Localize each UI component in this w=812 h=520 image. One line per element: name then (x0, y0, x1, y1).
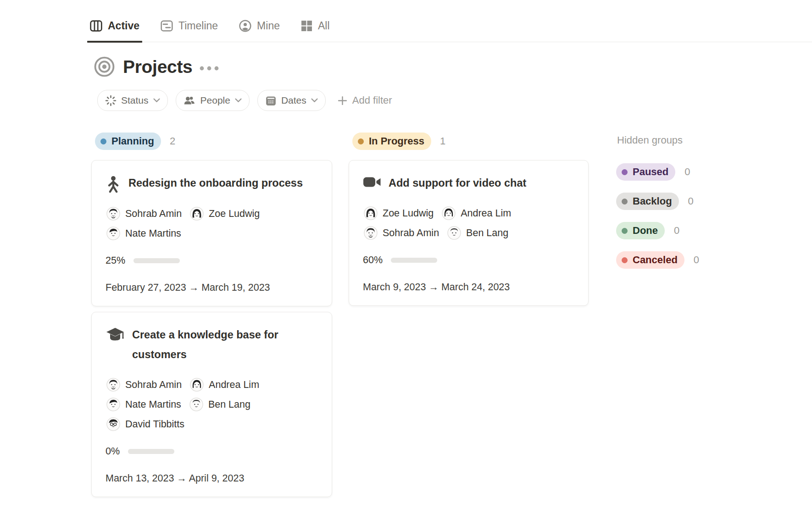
add-filter-label: Add filter (352, 94, 392, 106)
tab-label: Active (108, 20, 139, 32)
video-camera-icon (363, 175, 381, 189)
project-card[interactable]: Create a knowledge base for customers So… (91, 312, 332, 497)
progress-bar (128, 449, 174, 454)
filter-label: People (200, 95, 230, 106)
hidden-groups-title: Hidden groups (617, 134, 740, 146)
hidden-group-row: Done 0 (616, 222, 740, 239)
column-header: Planning 2 (95, 133, 332, 150)
calendar-icon (265, 95, 277, 106)
chevron-down-icon (153, 98, 160, 103)
person-name: David Tibbitts (125, 419, 184, 430)
tab-label: Mine (257, 20, 280, 32)
filter-pill-status[interactable]: Status (97, 90, 168, 111)
tab-label: Timeline (178, 20, 218, 32)
column-status-pill[interactable]: Planning (95, 133, 161, 150)
hidden-group-pill-paused[interactable]: Paused (616, 163, 675, 181)
hidden-group-row: Paused 0 (616, 163, 740, 181)
card-people-list: Sohrab Amin Zoe Ludwig Nate Martins (106, 207, 305, 240)
status-burst-icon (105, 95, 117, 106)
progress-bar (133, 258, 180, 263)
timeline-icon (161, 20, 173, 32)
hidden-group-count: 0 (674, 225, 679, 237)
column-count: 2 (170, 135, 175, 147)
avatar-woman-long-hair (364, 206, 378, 220)
board-icon (90, 20, 102, 32)
page-header: Projects (94, 56, 219, 77)
person-name: Sohrab Amin (125, 208, 182, 220)
status-dot-icon (622, 257, 628, 263)
person-name: Sohrab Amin (125, 379, 182, 391)
status-dot-icon (622, 199, 628, 205)
progress-bar (391, 258, 437, 263)
hidden-group-pill-canceled[interactable]: Canceled (616, 251, 684, 269)
progress-percent-label: 0% (106, 446, 120, 457)
card-date-range: February 27, 2023 → March 19, 2023 (106, 282, 318, 293)
column-name: In Progress (369, 135, 424, 147)
avatar-woman-long-hair (190, 207, 204, 221)
person-icon (106, 175, 121, 194)
hidden-group-name: Paused (633, 166, 668, 178)
tab-mine[interactable]: Mine (236, 12, 283, 42)
target-icon (94, 56, 115, 77)
person-name: Zoe Ludwig (209, 208, 260, 220)
person-chip: Zoe Ludwig (364, 206, 434, 220)
card-people-list: Sohrab Amin Andrea Lim Nate Martins Ben … (106, 378, 305, 431)
person-name: Nate Martins (125, 399, 181, 410)
more-options-button[interactable] (200, 66, 219, 71)
avatar-man-flat-hair (447, 226, 461, 240)
card-title: Create a knowledge base for customers (132, 325, 316, 365)
card-progress: 25% (106, 255, 318, 266)
person-chip: Andrea Lim (190, 378, 259, 392)
card-people-list: Zoe Ludwig Andrea Lim Sohrab Amin Ben La… (364, 206, 562, 240)
status-dot-icon (358, 138, 364, 144)
filter-bar: Status People Dates Add filter (97, 90, 392, 111)
card-title: Redesign the onboarding process (128, 173, 303, 193)
person-circle-icon (239, 20, 251, 32)
person-name: Zoe Ludwig (383, 208, 434, 219)
tab-timeline[interactable]: Timeline (158, 12, 221, 42)
avatar-man-short-hair (106, 227, 120, 240)
person-chip: Sohrab Amin (106, 207, 182, 221)
card-date-range: March 13, 2023 → April 9, 2023 (106, 473, 318, 484)
status-dot-icon (622, 169, 628, 175)
card-title: Add support for video chat (389, 173, 526, 193)
avatar-man-beard (364, 226, 378, 240)
avatar-man-short-hair (106, 398, 120, 411)
filter-pill-people[interactable]: People (176, 90, 250, 111)
card-progress: 60% (363, 254, 574, 266)
people-filter-icon (184, 96, 196, 105)
column-count: 1 (440, 135, 445, 147)
column-status-pill[interactable]: In Progress (352, 133, 431, 150)
tab-label: All (318, 20, 330, 32)
status-dot-icon (100, 138, 106, 144)
tab-all[interactable]: All (298, 12, 333, 42)
progress-percent-label: 60% (363, 254, 383, 266)
hidden-group-name: Backlog (633, 195, 672, 207)
graduation-cap-icon (106, 327, 125, 343)
hidden-group-pill-done[interactable]: Done (616, 222, 665, 239)
person-chip: Nate Martins (106, 227, 181, 240)
project-card[interactable]: Redesign the onboarding process Sohrab A… (91, 160, 332, 306)
card-date-range: March 9, 2023 → March 24, 2023 (363, 282, 574, 293)
column-name: Planning (111, 135, 154, 147)
person-chip: Ben Lang (189, 398, 250, 411)
tab-active[interactable]: Active (87, 12, 142, 42)
grid-icon (301, 20, 312, 32)
person-chip: Nate Martins (106, 398, 181, 411)
filter-label: Status (121, 95, 149, 106)
add-filter-button[interactable]: Add filter (338, 94, 392, 106)
person-chip: Andrea Lim (442, 206, 511, 220)
hidden-group-row: Canceled 0 (616, 251, 740, 269)
hidden-group-pill-backlog[interactable]: Backlog (616, 193, 679, 210)
hidden-groups-section: Hidden groups Paused 0 Backlog 0 Done 0 … (616, 133, 740, 281)
person-chip: David Tibbitts (106, 417, 184, 431)
hidden-group-count: 0 (694, 254, 699, 266)
card-progress: 0% (106, 446, 318, 457)
project-card[interactable]: Add support for video chat Zoe Ludwig An… (349, 160, 589, 306)
status-dot-icon (622, 228, 628, 234)
hidden-group-name: Done (633, 225, 658, 237)
column-header: In Progress 1 (352, 133, 589, 150)
filter-pill-dates[interactable]: Dates (257, 90, 326, 111)
person-name: Andrea Lim (461, 208, 511, 219)
person-name: Ben Lang (208, 399, 250, 410)
